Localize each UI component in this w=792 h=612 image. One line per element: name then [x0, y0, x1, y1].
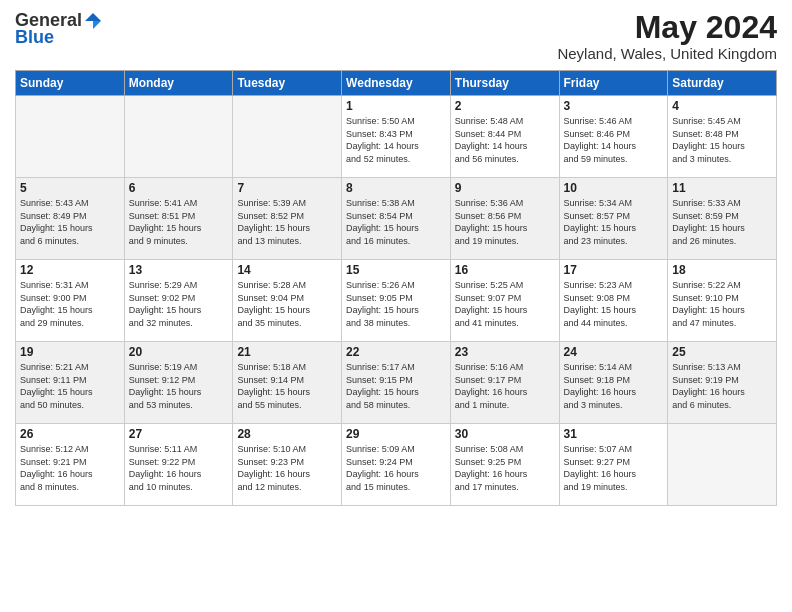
table-row [124, 96, 233, 178]
calendar-week-5: 26Sunrise: 5:12 AM Sunset: 9:21 PM Dayli… [16, 424, 777, 506]
day-number: 16 [455, 263, 555, 277]
day-number: 12 [20, 263, 120, 277]
header: General Blue May 2024 Neyland, Wales, Un… [15, 10, 777, 62]
day-info: Sunrise: 5:13 AM Sunset: 9:19 PM Dayligh… [672, 361, 772, 411]
header-wednesday: Wednesday [342, 71, 451, 96]
day-info: Sunrise: 5:43 AM Sunset: 8:49 PM Dayligh… [20, 197, 120, 247]
day-info: Sunrise: 5:08 AM Sunset: 9:25 PM Dayligh… [455, 443, 555, 493]
table-row: 24Sunrise: 5:14 AM Sunset: 9:18 PM Dayli… [559, 342, 668, 424]
day-info: Sunrise: 5:46 AM Sunset: 8:46 PM Dayligh… [564, 115, 664, 165]
day-number: 25 [672, 345, 772, 359]
header-thursday: Thursday [450, 71, 559, 96]
day-info: Sunrise: 5:26 AM Sunset: 9:05 PM Dayligh… [346, 279, 446, 329]
day-number: 15 [346, 263, 446, 277]
day-number: 22 [346, 345, 446, 359]
header-tuesday: Tuesday [233, 71, 342, 96]
table-row: 21Sunrise: 5:18 AM Sunset: 9:14 PM Dayli… [233, 342, 342, 424]
day-number: 27 [129, 427, 229, 441]
day-number: 7 [237, 181, 337, 195]
day-info: Sunrise: 5:17 AM Sunset: 9:15 PM Dayligh… [346, 361, 446, 411]
day-info: Sunrise: 5:48 AM Sunset: 8:44 PM Dayligh… [455, 115, 555, 165]
day-info: Sunrise: 5:33 AM Sunset: 8:59 PM Dayligh… [672, 197, 772, 247]
header-sunday: Sunday [16, 71, 125, 96]
table-row: 8Sunrise: 5:38 AM Sunset: 8:54 PM Daylig… [342, 178, 451, 260]
day-number: 28 [237, 427, 337, 441]
day-info: Sunrise: 5:41 AM Sunset: 8:51 PM Dayligh… [129, 197, 229, 247]
table-row: 3Sunrise: 5:46 AM Sunset: 8:46 PM Daylig… [559, 96, 668, 178]
table-row: 31Sunrise: 5:07 AM Sunset: 9:27 PM Dayli… [559, 424, 668, 506]
day-number: 13 [129, 263, 229, 277]
day-number: 8 [346, 181, 446, 195]
day-number: 6 [129, 181, 229, 195]
day-info: Sunrise: 5:29 AM Sunset: 9:02 PM Dayligh… [129, 279, 229, 329]
day-info: Sunrise: 5:31 AM Sunset: 9:00 PM Dayligh… [20, 279, 120, 329]
header-saturday: Saturday [668, 71, 777, 96]
day-number: 18 [672, 263, 772, 277]
day-number: 1 [346, 99, 446, 113]
calendar-header-row: Sunday Monday Tuesday Wednesday Thursday… [16, 71, 777, 96]
day-info: Sunrise: 5:21 AM Sunset: 9:11 PM Dayligh… [20, 361, 120, 411]
table-row [668, 424, 777, 506]
table-row: 22Sunrise: 5:17 AM Sunset: 9:15 PM Dayli… [342, 342, 451, 424]
table-row: 20Sunrise: 5:19 AM Sunset: 9:12 PM Dayli… [124, 342, 233, 424]
day-info: Sunrise: 5:10 AM Sunset: 9:23 PM Dayligh… [237, 443, 337, 493]
table-row: 4Sunrise: 5:45 AM Sunset: 8:48 PM Daylig… [668, 96, 777, 178]
day-number: 30 [455, 427, 555, 441]
day-info: Sunrise: 5:23 AM Sunset: 9:08 PM Dayligh… [564, 279, 664, 329]
table-row: 27Sunrise: 5:11 AM Sunset: 9:22 PM Dayli… [124, 424, 233, 506]
day-info: Sunrise: 5:34 AM Sunset: 8:57 PM Dayligh… [564, 197, 664, 247]
svg-marker-0 [85, 13, 101, 21]
table-row: 17Sunrise: 5:23 AM Sunset: 9:08 PM Dayli… [559, 260, 668, 342]
day-info: Sunrise: 5:16 AM Sunset: 9:17 PM Dayligh… [455, 361, 555, 411]
table-row: 12Sunrise: 5:31 AM Sunset: 9:00 PM Dayli… [16, 260, 125, 342]
svg-marker-1 [93, 21, 101, 29]
table-row: 2Sunrise: 5:48 AM Sunset: 8:44 PM Daylig… [450, 96, 559, 178]
day-info: Sunrise: 5:18 AM Sunset: 9:14 PM Dayligh… [237, 361, 337, 411]
day-number: 4 [672, 99, 772, 113]
day-info: Sunrise: 5:36 AM Sunset: 8:56 PM Dayligh… [455, 197, 555, 247]
table-row: 10Sunrise: 5:34 AM Sunset: 8:57 PM Dayli… [559, 178, 668, 260]
day-number: 31 [564, 427, 664, 441]
day-info: Sunrise: 5:25 AM Sunset: 9:07 PM Dayligh… [455, 279, 555, 329]
table-row: 16Sunrise: 5:25 AM Sunset: 9:07 PM Dayli… [450, 260, 559, 342]
day-number: 20 [129, 345, 229, 359]
table-row: 6Sunrise: 5:41 AM Sunset: 8:51 PM Daylig… [124, 178, 233, 260]
table-row: 14Sunrise: 5:28 AM Sunset: 9:04 PM Dayli… [233, 260, 342, 342]
day-number: 21 [237, 345, 337, 359]
day-number: 17 [564, 263, 664, 277]
day-info: Sunrise: 5:45 AM Sunset: 8:48 PM Dayligh… [672, 115, 772, 165]
table-row: 26Sunrise: 5:12 AM Sunset: 9:21 PM Dayli… [16, 424, 125, 506]
day-info: Sunrise: 5:38 AM Sunset: 8:54 PM Dayligh… [346, 197, 446, 247]
table-row: 7Sunrise: 5:39 AM Sunset: 8:52 PM Daylig… [233, 178, 342, 260]
header-monday: Monday [124, 71, 233, 96]
calendar-week-2: 5Sunrise: 5:43 AM Sunset: 8:49 PM Daylig… [16, 178, 777, 260]
day-number: 9 [455, 181, 555, 195]
table-row: 29Sunrise: 5:09 AM Sunset: 9:24 PM Dayli… [342, 424, 451, 506]
table-row [233, 96, 342, 178]
day-info: Sunrise: 5:14 AM Sunset: 9:18 PM Dayligh… [564, 361, 664, 411]
day-info: Sunrise: 5:09 AM Sunset: 9:24 PM Dayligh… [346, 443, 446, 493]
table-row: 13Sunrise: 5:29 AM Sunset: 9:02 PM Dayli… [124, 260, 233, 342]
day-info: Sunrise: 5:11 AM Sunset: 9:22 PM Dayligh… [129, 443, 229, 493]
day-info: Sunrise: 5:19 AM Sunset: 9:12 PM Dayligh… [129, 361, 229, 411]
table-row: 23Sunrise: 5:16 AM Sunset: 9:17 PM Dayli… [450, 342, 559, 424]
logo-icon [83, 11, 103, 31]
day-number: 2 [455, 99, 555, 113]
table-row: 28Sunrise: 5:10 AM Sunset: 9:23 PM Dayli… [233, 424, 342, 506]
day-info: Sunrise: 5:22 AM Sunset: 9:10 PM Dayligh… [672, 279, 772, 329]
header-friday: Friday [559, 71, 668, 96]
day-info: Sunrise: 5:28 AM Sunset: 9:04 PM Dayligh… [237, 279, 337, 329]
calendar-week-4: 19Sunrise: 5:21 AM Sunset: 9:11 PM Dayli… [16, 342, 777, 424]
title-section: May 2024 Neyland, Wales, United Kingdom [557, 10, 777, 62]
day-number: 19 [20, 345, 120, 359]
calendar-week-3: 12Sunrise: 5:31 AM Sunset: 9:00 PM Dayli… [16, 260, 777, 342]
day-number: 26 [20, 427, 120, 441]
table-row [16, 96, 125, 178]
day-number: 29 [346, 427, 446, 441]
calendar-week-1: 1Sunrise: 5:50 AM Sunset: 8:43 PM Daylig… [16, 96, 777, 178]
table-row: 11Sunrise: 5:33 AM Sunset: 8:59 PM Dayli… [668, 178, 777, 260]
table-row: 1Sunrise: 5:50 AM Sunset: 8:43 PM Daylig… [342, 96, 451, 178]
table-row: 19Sunrise: 5:21 AM Sunset: 9:11 PM Dayli… [16, 342, 125, 424]
day-info: Sunrise: 5:39 AM Sunset: 8:52 PM Dayligh… [237, 197, 337, 247]
day-number: 11 [672, 181, 772, 195]
